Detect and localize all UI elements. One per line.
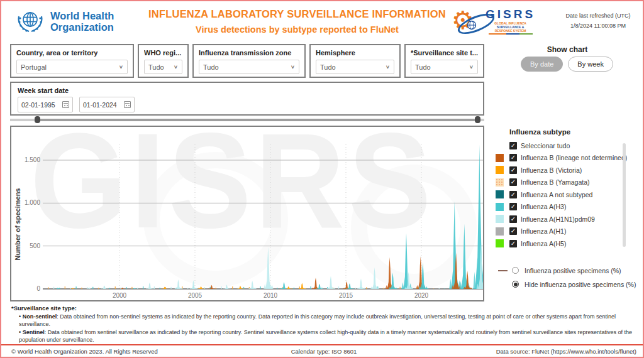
filter-value: Tudo (203, 63, 219, 71)
legend-row-h1: ✓Influenza A(H1) (493, 225, 639, 238)
checkbox-pdm[interactable]: ✓ (509, 215, 517, 223)
checkbox-h5[interactable]: ✓ (509, 240, 517, 247)
radio-label: Hide influenza positive specimens (%) (525, 281, 636, 288)
filter-label: WHO regi... (144, 49, 182, 57)
checkbox-ans[interactable]: ✓ (509, 191, 517, 198)
calendar-icon[interactable] (62, 101, 69, 108)
page-title: INFLUENZA LABORATORY SURVEILLANCE INFORM… (135, 8, 459, 20)
filter-label: Hemisphere (316, 49, 394, 57)
legend-row-h3: ✓Influenza A(H3) (493, 201, 639, 214)
legend-swatch-bvic (496, 166, 504, 174)
start-date-value: 02-01-1995 (21, 101, 55, 109)
checkbox-select-all[interactable]: ✓ (509, 142, 517, 149)
radio-button-0[interactable] (512, 267, 519, 274)
svg-text:1.500: 1.500 (25, 156, 40, 163)
radio-row-1: Hide influenza positive specimens (%) (493, 278, 639, 291)
data-source-text: Data source: FluNet (https://www.who.int… (429, 348, 636, 355)
gisrs-globe-icon (467, 20, 477, 30)
checkbox-bvic[interactable]: ✓ (509, 166, 517, 174)
calendar-type-text: Calendar type: ISO 8601 (219, 348, 429, 355)
legend-label: Influenza A(H5) (521, 240, 566, 247)
legend-row-bnd: ✓Influenza B (lineage not determined) (493, 152, 639, 165)
slider-handle-left[interactable] (35, 116, 40, 123)
who-logo: World Health Organization (16, 9, 114, 34)
legend-label: Influenza A(H3) (521, 203, 566, 210)
legend-swatch-ans (496, 190, 504, 198)
filter-box-1: WHO regi...Tudo∨ (138, 44, 189, 78)
slider-handle-right[interactable] (475, 116, 480, 123)
svg-text:2010: 2010 (264, 292, 278, 299)
legend-swatch-h1 (496, 227, 504, 236)
legend-swatch-h5 (496, 239, 504, 247)
chevron-down-icon: ∨ (386, 64, 390, 70)
filter-value: Tudo (148, 63, 164, 71)
week-start-date-label: Week start date (18, 87, 477, 94)
gisrs-text: GISRS GLOBAL INFLUENZA SURVEILLANCE & RE… (486, 8, 535, 35)
svg-text:2000: 2000 (113, 292, 127, 299)
legend-scrollbar[interactable] (623, 143, 626, 247)
legend-list: ✓Seleccionar tudo✓Influenza B (lineage n… (493, 139, 639, 250)
filter-dropdown-0[interactable]: Portugal∨ (16, 60, 128, 74)
svg-text:2020: 2020 (414, 292, 429, 299)
checkbox-h3[interactable]: ✓ (509, 203, 517, 210)
footnote-bullet: • Sentinel: Data obtained from sentinel … (19, 328, 638, 344)
chevron-down-icon: ∨ (469, 64, 474, 70)
specimens-chart: GISRS 05001.0001.50020002005201020152020… (10, 126, 484, 301)
svg-text:0: 0 (36, 285, 40, 292)
legend-swatch-h3 (496, 203, 504, 211)
filter-dropdown-4[interactable]: Tudo∨ (411, 60, 478, 74)
filter-value: Tudo (415, 63, 431, 71)
filter-dropdown-2[interactable]: Tudo∨ (199, 60, 299, 74)
who-logo-text: World Health Organization (50, 10, 114, 33)
refresh-value: 1/8/2024 11:00:08 PM (557, 23, 639, 29)
checkbox-byam[interactable]: ✓ (509, 178, 517, 186)
checkbox-bnd[interactable]: ✓ (509, 154, 517, 161)
svg-text:2015: 2015 (339, 292, 353, 299)
footer-bar: © World Health Organization 2023. All Ri… (1, 344, 643, 357)
filter-value: Tudo (320, 63, 336, 71)
filter-label: *Surveillance site t... (411, 49, 478, 57)
page-title-block: INFLUENZA LABORATORY SURVEILLANCE INFORM… (135, 8, 459, 35)
chevron-down-icon: ∨ (174, 64, 178, 70)
filter-dropdown-3[interactable]: Tudo∨ (316, 60, 394, 74)
start-date-input[interactable]: 02-01-1995 (18, 97, 73, 112)
legend-label: Influenza A not subtyped (521, 191, 592, 198)
legend-label: Seleccionar tudo (521, 142, 570, 149)
legend-row-h5: ✓Influenza A(H5) (493, 237, 639, 250)
legend-row-byam: ✓Influenza B (Yamagata) (493, 176, 639, 189)
legend-swatch-pdm (496, 215, 504, 223)
refresh-info: Date last refreshed (UTC) 1/8/2024 11:00… (557, 13, 639, 29)
refresh-label: Date last refreshed (UTC) (557, 13, 639, 19)
copyright-text: © World Health Organization 2023. All Ri… (11, 348, 219, 355)
filter-value: Portugal (21, 63, 47, 71)
by-week-button[interactable]: By week (568, 57, 613, 72)
legend-row-select-all: ✓Seleccionar tudo (493, 139, 639, 152)
week-start-date-box: Week start date 02-01-1995 01-01-2024 (10, 82, 484, 116)
gisrs-logo: ⚙ GISRS GLOBAL INFLUENZA SURVEILLANCE & … (452, 6, 552, 39)
svg-text:2005: 2005 (188, 292, 203, 299)
legend-swatch-byam (496, 178, 504, 187)
filter-box-2: Influenza transmission zoneTudo∨ (192, 44, 306, 78)
legend-swatch-bnd (496, 154, 504, 162)
who-emblem-icon (16, 9, 44, 34)
end-date-input[interactable]: 01-01-2024 (79, 97, 135, 112)
filter-label: Country, area or territory (16, 49, 128, 57)
footnote-title: *Surveillance site type: (11, 305, 638, 313)
svg-text:500: 500 (30, 242, 40, 249)
chart-plot: 05001.0001.50020002005201020152020Number… (11, 127, 483, 300)
influenza-subtype-legend: Influenza subtype ✓Seleccionar tudo✓Infl… (493, 128, 639, 291)
legend-label: Influenza A(H1N1)pdm09 (521, 215, 595, 223)
filter-dropdown-1[interactable]: Tudo∨ (144, 60, 182, 74)
by-date-button[interactable]: By date (521, 57, 563, 72)
legend-label: Influenza B (Yamagata) (521, 178, 590, 186)
calendar-icon[interactable] (124, 101, 131, 108)
end-date-value: 01-01-2024 (83, 101, 117, 109)
radio-button-1[interactable] (512, 281, 519, 288)
filter-box-3: HemisphereTudo∨ (309, 44, 401, 78)
checkbox-h1[interactable]: ✓ (509, 227, 517, 235)
filter-box-0: Country, area or territoryPortugal∨ (10, 44, 134, 78)
filter-label: Influenza transmission zone (199, 49, 299, 57)
svg-text:Number of specimens: Number of specimens (14, 188, 21, 261)
line-marker-icon (498, 270, 508, 271)
date-range-slider-selected[interactable] (37, 119, 477, 121)
